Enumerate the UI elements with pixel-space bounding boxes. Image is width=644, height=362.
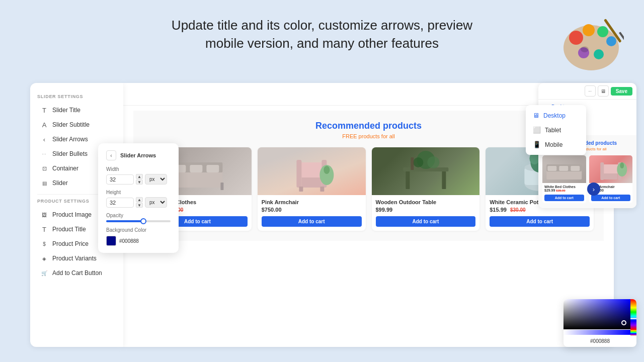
header: Update title and its color, customize ar… — [0, 0, 644, 63]
height-increment-button[interactable]: ▲ — [136, 197, 143, 202]
svg-point-24 — [324, 166, 330, 174]
bg-color-swatch[interactable] — [106, 236, 116, 246]
svg-rect-19 — [296, 160, 301, 188]
sidebar-item-label: Product Title — [52, 226, 86, 233]
add-cart-button-3[interactable]: Add to cart — [376, 216, 476, 227]
svg-point-30 — [413, 157, 423, 167]
height-unit-select[interactable]: px % em — [145, 197, 167, 208]
color-hex-value[interactable]: #000888 — [590, 338, 610, 344]
variants-icon: ◈ — [40, 254, 48, 262]
opacity-slider[interactable] — [106, 220, 171, 222]
preview-product-old-price-1: $35.00 — [556, 189, 565, 192]
preview-add-cart-1[interactable]: Add to cart — [544, 195, 584, 201]
svg-point-4 — [606, 36, 616, 46]
product-info-3: Wooden Outdoor Table $99.99 Add to cart — [372, 195, 480, 231]
bg-color-label: Background Color — [106, 227, 171, 233]
back-icon: ‹ — [110, 153, 112, 158]
sidebar-item-label: Add to Cart Button — [52, 269, 102, 277]
opacity-thumb — [140, 218, 146, 224]
svg-point-48 — [620, 162, 624, 168]
device-option-desktop[interactable]: 🖥 Desktop — [526, 108, 586, 123]
sidebar-item-label: Slider Bullets — [52, 150, 88, 157]
sidebar-item-label: Slider Title — [52, 107, 80, 114]
arrows-panel-header: ‹ Slider Arrows — [106, 150, 171, 160]
bg-color-row: #000888 — [106, 236, 171, 246]
sidebar-item-slider-subtitle[interactable]: A Slider Subtitle — [37, 118, 116, 132]
device-option-mobile[interactable]: 📱 Mobile — [526, 137, 586, 152]
container-icon: ⊡ — [40, 164, 48, 172]
color-hex-row: #000888 — [564, 335, 636, 347]
product-price-3: $99.99 — [376, 207, 476, 213]
slider-settings-title: SLIDER SETTINGS — [37, 94, 116, 99]
preview-more-icon: ··· — [588, 89, 592, 94]
product-name-2: Pink Armchair — [262, 199, 362, 205]
width-decrement-button[interactable]: ▼ — [136, 179, 143, 185]
width-increment-button[interactable]: ▲ — [136, 174, 143, 179]
color-gradient-area[interactable] — [564, 299, 630, 329]
svg-rect-14 — [206, 165, 219, 172]
arrows-panel-title: Slider Arrows — [120, 152, 156, 158]
preview-products: White Bed Clothes $29.99 $35.00 Add to c… — [542, 155, 632, 203]
preview-save-button[interactable]: Save — [611, 87, 632, 96]
price-icon: $ — [40, 240, 48, 248]
product-image-2 — [258, 147, 366, 195]
height-decrement-button[interactable]: ▼ — [136, 203, 143, 208]
width-unit-select[interactable]: px % em — [145, 174, 167, 185]
image-icon: 🖼 — [40, 211, 48, 219]
alpha-bar[interactable] — [564, 329, 636, 335]
tablet-icon: ⬜ — [533, 126, 541, 134]
preview-image-1 — [542, 155, 586, 183]
hue-bar[interactable] — [630, 299, 636, 329]
preview-more-button[interactable]: ··· — [585, 85, 596, 97]
sidebar-item-label: Product Image — [52, 211, 92, 218]
svg-point-1 — [569, 31, 583, 45]
width-label: Width — [106, 166, 171, 172]
add-cart-button-2[interactable]: Add to cart — [262, 216, 362, 227]
sidebar-item-label: Slider — [52, 179, 68, 187]
device-option-tablet[interactable]: ⬜ Tablet — [526, 123, 586, 137]
svg-rect-22 — [320, 187, 324, 192]
dots-icon: ··· — [40, 150, 48, 158]
alpha-gradient — [564, 330, 630, 335]
preview-product-price-1: $29.99 $35.00 — [544, 189, 584, 192]
height-input-row: ▲ ▼ px % em — [106, 197, 171, 208]
palette-decoration — [558, 10, 624, 75]
header-line2: mobile version, and many other features — [205, 36, 439, 51]
width-input-row: ▲ ▼ px % em — [106, 174, 171, 185]
device-label-tablet: Tablet — [545, 127, 561, 134]
preview-add-cart-2[interactable]: Add to cart — [591, 195, 631, 201]
opacity-label: Opacity — [106, 213, 171, 218]
text-t-icon: T — [40, 225, 48, 233]
slider-icon: ▤ — [40, 179, 48, 187]
preview-card-info-1: White Bed Clothes $29.99 $35.00 Add to c… — [542, 183, 586, 203]
device-label-desktop: Desktop — [543, 112, 566, 119]
svg-point-6 — [594, 49, 604, 59]
svg-rect-26 — [406, 171, 410, 189]
svg-rect-31 — [411, 157, 414, 170]
width-stepper: ▲ ▼ — [136, 174, 143, 185]
color-picker-dot[interactable] — [621, 320, 626, 325]
arrows-panel-back-button[interactable]: ‹ — [106, 150, 116, 160]
svg-rect-45 — [600, 162, 604, 180]
sidebar-item-slider-title[interactable]: T Slider Title — [37, 103, 116, 117]
product-card-2: Pink Armchair $750.00 Add to cart — [258, 147, 366, 231]
add-cart-button-4[interactable]: Add to cart — [490, 216, 590, 227]
sidebar-item-product-variants[interactable]: ◈ Product Variants — [37, 251, 116, 265]
height-input[interactable] — [106, 198, 134, 208]
sidebar-item-add-to-cart[interactable]: 🛒 Add to Cart Button — [37, 266, 116, 280]
svg-rect-42 — [571, 166, 580, 171]
desktop-icon: 🖥 — [533, 112, 539, 119]
width-input[interactable] — [106, 174, 134, 185]
hue-indicator — [630, 318, 636, 319]
svg-point-2 — [583, 24, 595, 36]
svg-rect-41 — [559, 166, 568, 171]
product-old-price-4: $30.00 — [510, 207, 526, 213]
height-stepper: ▲ ▼ — [136, 197, 143, 208]
product-price-2: $750.00 — [262, 207, 362, 213]
header-line1: Update title and its color, customize ar… — [172, 18, 472, 33]
sidebar-item-label: Slider Subtitle — [52, 121, 90, 128]
next-arrow-button[interactable]: › — [587, 183, 600, 196]
preview-toolbar: ··· 🖥 Save — [538, 83, 636, 100]
preview-device-button[interactable]: 🖥 — [598, 85, 609, 97]
bg-color-hex: #000888 — [119, 238, 139, 244]
